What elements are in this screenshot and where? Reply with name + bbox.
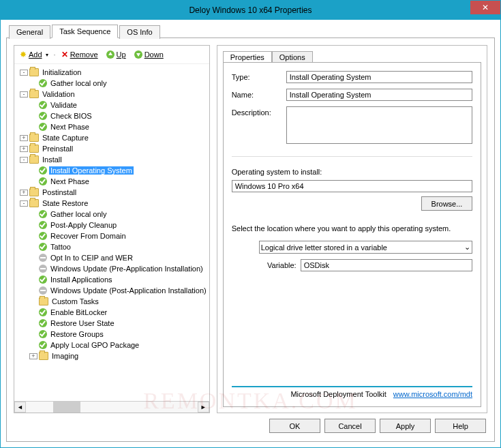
tree-initialization[interactable]: Initialization <box>41 68 82 76</box>
tree-item[interactable]: Next Phase <box>49 123 91 131</box>
check-icon <box>39 221 47 229</box>
tree-item[interactable]: Gather local only <box>49 210 108 218</box>
down-button[interactable]: Down <box>132 49 166 60</box>
tree-imaging[interactable]: Imaging <box>50 352 80 360</box>
cancel-button[interactable]: Cancel <box>324 419 376 433</box>
scroll-left-icon[interactable]: ◄ <box>14 402 26 413</box>
check-icon <box>39 112 47 120</box>
tree-item[interactable]: Windows Update (Post-Application Install… <box>49 286 208 295</box>
location-select[interactable]: Logical drive letter stored in a variabl… <box>259 241 472 254</box>
properties-panel: Properties Options Type: Name: Descripti… <box>217 45 487 413</box>
tree-install-os[interactable]: Install Operating System <box>49 166 134 175</box>
tree-install[interactable]: Install <box>41 155 63 164</box>
footer-link[interactable]: www.microsoft.com/mdt <box>393 390 472 398</box>
inner-tab-options[interactable]: Options <box>272 51 313 63</box>
check-icon <box>39 275 47 284</box>
tab-task-sequence[interactable]: Task Sequence <box>52 25 118 38</box>
close-icon: ✕ <box>482 3 489 12</box>
tree-preinstall[interactable]: Preinstall <box>41 145 74 153</box>
folder-icon <box>39 297 48 305</box>
up-button[interactable]: Up <box>104 49 129 60</box>
scroll-right-icon[interactable]: ► <box>198 402 209 413</box>
folder-icon <box>29 145 39 153</box>
name-label: Name: <box>232 89 286 99</box>
titlebar: Deloy Windows 10 x64 Properties ✕ <box>1 1 500 20</box>
check-icon <box>39 166 47 175</box>
dialog-buttons: OK Cancel Apply Help <box>14 419 487 434</box>
folder-icon <box>29 68 39 76</box>
name-field[interactable] <box>286 89 472 101</box>
tree-item[interactable]: Custom Tasks <box>50 297 100 305</box>
tree-item[interactable]: Restore Groups <box>49 330 105 338</box>
folder-icon <box>29 155 39 164</box>
check-icon <box>39 210 47 218</box>
tree-postinstall[interactable]: Postinstall <box>41 188 78 196</box>
tree-item[interactable]: Gather local only <box>49 79 108 87</box>
tab-os-info[interactable]: OS Info <box>119 25 160 39</box>
disabled-icon <box>39 265 47 273</box>
browse-button[interactable]: Browse... <box>421 196 472 211</box>
variable-field[interactable] <box>301 259 472 271</box>
tree-item[interactable]: Post-Apply Cleanup <box>49 221 118 229</box>
check-icon <box>39 177 47 185</box>
tree-item[interactable]: Check BIOS <box>49 112 93 120</box>
main-tabstrip: General Task Sequence OS Info <box>9 24 500 38</box>
folder-icon <box>29 90 39 98</box>
tree-item[interactable]: Tattoo <box>49 243 72 251</box>
check-icon <box>39 319 47 327</box>
star-icon: ✸ <box>20 50 27 59</box>
properties-window: Deloy Windows 10 x64 Properties ✕ Genera… <box>0 0 501 448</box>
tree-item[interactable]: Install Applications <box>49 275 114 284</box>
tree-item[interactable]: Validate <box>49 101 78 109</box>
tree-item[interactable]: Recover From Domain <box>49 232 127 240</box>
tree-item[interactable]: Next Phase <box>49 177 91 185</box>
os-field <box>232 180 472 192</box>
variable-label: Variable: <box>259 261 297 269</box>
tree-item[interactable]: Opt In to CEIP and WER <box>49 254 134 262</box>
folder-icon <box>29 188 39 196</box>
window-title: Deloy Windows 10 x64 Properties <box>189 5 312 15</box>
disabled-icon <box>39 286 47 295</box>
chevron-down-icon: ⌄ <box>464 243 470 252</box>
check-icon <box>39 341 47 349</box>
check-icon <box>39 330 47 338</box>
check-icon <box>39 101 47 109</box>
folder-icon <box>29 134 39 142</box>
tree-state-restore[interactable]: State Restore <box>41 199 89 207</box>
check-icon <box>39 123 47 131</box>
sequence-panel: ✸Add▾ · ✕Remove Up Down -Initialization … <box>14 45 210 413</box>
desc-label: Description: <box>232 106 286 117</box>
help-button[interactable]: Help <box>435 419 486 433</box>
remove-button[interactable]: ✕Remove <box>59 48 101 61</box>
tree-item[interactable]: Apply Local GPO Package <box>49 341 140 349</box>
tree-item[interactable]: Enable BitLocker <box>49 308 108 316</box>
type-field <box>286 71 472 83</box>
tab-body: ✸Add▾ · ✕Remove Up Down -Initialization … <box>6 38 495 442</box>
tree-item[interactable]: Restore User State <box>49 319 116 327</box>
tree-state-capture[interactable]: State Capture <box>41 134 90 142</box>
description-field[interactable] <box>286 106 472 144</box>
location-label: Select the location where you want to ap… <box>232 224 472 233</box>
scroll-thumb[interactable] <box>53 402 80 413</box>
folder-icon <box>39 352 48 360</box>
disabled-icon <box>39 254 47 262</box>
check-icon <box>39 243 47 251</box>
check-icon <box>39 308 47 316</box>
ok-button[interactable]: OK <box>269 419 320 433</box>
type-label: Type: <box>232 71 286 81</box>
inner-tab-properties[interactable]: Properties <box>223 51 272 63</box>
up-icon <box>106 50 115 59</box>
add-button[interactable]: ✸Add▾ <box>17 48 51 61</box>
apply-button[interactable]: Apply <box>380 419 431 433</box>
sequence-toolbar: ✸Add▾ · ✕Remove Up Down <box>14 46 209 64</box>
task-tree[interactable]: -Initialization Gather local only -Valid… <box>14 64 209 401</box>
folder-icon <box>29 199 39 207</box>
tab-general[interactable]: General <box>9 25 50 39</box>
close-button[interactable]: ✕ <box>470 1 500 14</box>
down-icon <box>134 50 142 59</box>
footer-text: Microsoft Deployment Toolkit <box>290 390 386 398</box>
tree-validation[interactable]: Validation <box>41 90 76 98</box>
tree-item[interactable]: Windows Update (Pre-Application Installa… <box>49 265 204 273</box>
check-icon <box>39 79 47 87</box>
horizontal-scrollbar[interactable]: ◄ ► <box>14 401 209 413</box>
